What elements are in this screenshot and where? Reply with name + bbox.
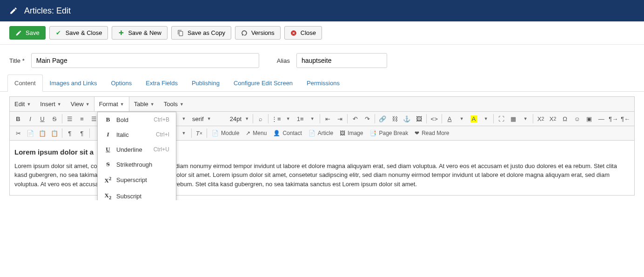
- bold-icon: B: [104, 116, 112, 123]
- menu-view[interactable]: View▼: [66, 97, 94, 111]
- tab-publishing[interactable]: Publishing: [185, 74, 227, 91]
- editor: Edit▼ Insert▼ View▼ Format▼ Table▼ Tools…: [9, 96, 635, 196]
- source-button[interactable]: <>: [428, 113, 440, 124]
- link-button[interactable]: 🔗: [376, 113, 389, 124]
- insert-readmore-button[interactable]: ❤ Read More: [411, 128, 452, 138]
- copy-icon: [177, 30, 184, 36]
- strike-icon: S: [104, 161, 112, 168]
- format-superscript[interactable]: X2 Superscript: [98, 172, 176, 188]
- action-toolbar: Save ✔ Save & Close ✚ Save & New Save as…: [0, 21, 644, 45]
- insert-contact-button[interactable]: 👤 Contact: [270, 128, 305, 138]
- versions-icon: [241, 30, 248, 36]
- caret-time[interactable]: ▼: [178, 128, 190, 139]
- versions-button[interactable]: Versions: [235, 26, 281, 40]
- caret-1[interactable]: ▼: [178, 113, 190, 124]
- format-italic[interactable]: I ItalicCtrl+I: [98, 127, 176, 142]
- insert-menu-button[interactable]: ↗ Menu: [242, 128, 270, 138]
- caret-tb[interactable]: ▼: [519, 113, 531, 124]
- menu-insert[interactable]: Insert▼: [35, 97, 66, 111]
- special-char-button[interactable]: Ω: [559, 113, 571, 124]
- text-color-button[interactable]: A: [443, 113, 456, 124]
- media-button[interactable]: ▣: [583, 113, 595, 124]
- ltr-button[interactable]: ¶→: [607, 113, 619, 124]
- caret-nl[interactable]: ▼: [306, 113, 318, 124]
- number-list-button[interactable]: 1≡: [294, 113, 306, 124]
- show-invisible-button[interactable]: ¶: [76, 128, 88, 139]
- content-tabs: Content Images and Links Options Extra F…: [0, 74, 644, 92]
- format-underline[interactable]: U UnderlineCtrl+U: [98, 142, 176, 157]
- align-left-button[interactable]: ☰: [64, 113, 76, 124]
- paste-button[interactable]: 📋: [36, 128, 48, 139]
- save-new-button[interactable]: ✚ Save & New: [112, 26, 168, 40]
- pencil-icon: [9, 7, 18, 15]
- alias-input[interactable]: [296, 53, 387, 68]
- superscript-icon: X2: [104, 176, 112, 184]
- redo-button[interactable]: ↷: [361, 113, 373, 124]
- save-copy-button[interactable]: Save as Copy: [171, 26, 231, 40]
- superscript-button[interactable]: X2: [547, 113, 559, 124]
- save-button[interactable]: Save: [9, 26, 46, 40]
- caret-bc[interactable]: ▼: [480, 113, 492, 124]
- caret-tc[interactable]: ▼: [456, 113, 468, 124]
- insert-module-button[interactable]: 📄 Module: [208, 128, 242, 138]
- tab-extra-fields[interactable]: Extra Fields: [139, 74, 185, 91]
- align-center-button[interactable]: ≡: [76, 113, 88, 124]
- hr-button[interactable]: —: [595, 113, 607, 124]
- bullet-list-button[interactable]: ⋮≡: [270, 113, 282, 124]
- fullscreen-button[interactable]: ⛶: [495, 113, 507, 124]
- bold-button[interactable]: B: [12, 113, 24, 124]
- menu-table[interactable]: Table▼: [129, 97, 159, 111]
- rtl-button[interactable]: ¶←: [619, 113, 631, 124]
- tab-images-links[interactable]: Images and Links: [43, 74, 104, 91]
- format-bold[interactable]: B BoldCtrl+B: [98, 112, 176, 127]
- title-input[interactable]: [31, 53, 259, 68]
- format-strikethrough[interactable]: S Strikethrough: [98, 157, 176, 172]
- indent-button[interactable]: ⇥: [334, 113, 346, 124]
- format-dropdown: B BoldCtrl+B I ItalicCtrl+I U UnderlineC…: [97, 112, 176, 200]
- menu-format[interactable]: Format▼: [94, 97, 129, 111]
- unlink-button[interactable]: ⛓: [389, 113, 401, 124]
- caret-bl[interactable]: ▼: [282, 113, 294, 124]
- plus-icon: ✚: [118, 30, 124, 36]
- outdent-button[interactable]: ⇤: [322, 113, 334, 124]
- paste-text-button[interactable]: 📋: [48, 128, 60, 139]
- cut-button[interactable]: ✂: [12, 128, 24, 139]
- insert-article-button[interactable]: 📄 Article: [305, 128, 336, 138]
- tab-content[interactable]: Content: [7, 74, 43, 92]
- undo-button[interactable]: ↶: [349, 113, 361, 124]
- clear-format-button[interactable]: T×: [193, 128, 205, 139]
- menu-edit[interactable]: Edit▼: [10, 97, 35, 111]
- find-button[interactable]: ⌕: [255, 113, 267, 124]
- bg-color-button[interactable]: A: [468, 113, 480, 124]
- close-icon: [290, 30, 297, 36]
- insert-image-button[interactable]: 🖼 Image: [336, 128, 366, 138]
- tab-options[interactable]: Options: [104, 74, 139, 91]
- menu-tools[interactable]: Tools▼: [159, 97, 188, 111]
- copy-button[interactable]: 📄: [24, 128, 36, 139]
- title-row: Title * Alias: [0, 45, 644, 72]
- tab-configure-edit[interactable]: Configure Edit Screen: [227, 74, 300, 91]
- strikethrough-button[interactable]: S: [48, 113, 60, 124]
- save-icon: [15, 30, 22, 36]
- italic-button[interactable]: I: [24, 113, 36, 124]
- table-button[interactable]: ▦: [507, 113, 519, 124]
- anchor-button[interactable]: ⚓: [401, 113, 413, 124]
- page-title: Articles: Edit: [24, 6, 71, 16]
- underline-button[interactable]: U: [36, 113, 48, 124]
- close-button[interactable]: Close: [284, 26, 322, 40]
- insert-pagebreak-button[interactable]: 📑 Page Break: [366, 128, 411, 138]
- editor-menubar: Edit▼ Insert▼ View▼ Format▼ Table▼ Tools…: [10, 97, 634, 112]
- font-size-select[interactable]: 24pt ▼: [228, 115, 251, 123]
- format-subscript[interactable]: X2 Subscript: [98, 188, 176, 200]
- font-family-select[interactable]: serif ▼: [190, 115, 214, 123]
- subscript-button[interactable]: X2: [535, 113, 547, 124]
- italic-icon: I: [104, 131, 112, 138]
- image-button[interactable]: 🖼: [413, 113, 425, 124]
- alias-label: Alias: [277, 57, 290, 64]
- page-header: Articles: Edit: [0, 0, 644, 21]
- emoji-button[interactable]: ☺: [571, 113, 583, 124]
- save-close-button[interactable]: ✔ Save & Close: [49, 26, 108, 40]
- check-icon: ✔: [55, 30, 62, 36]
- tab-permissions[interactable]: Permissions: [300, 74, 347, 91]
- show-blocks-button[interactable]: ¶: [64, 128, 76, 139]
